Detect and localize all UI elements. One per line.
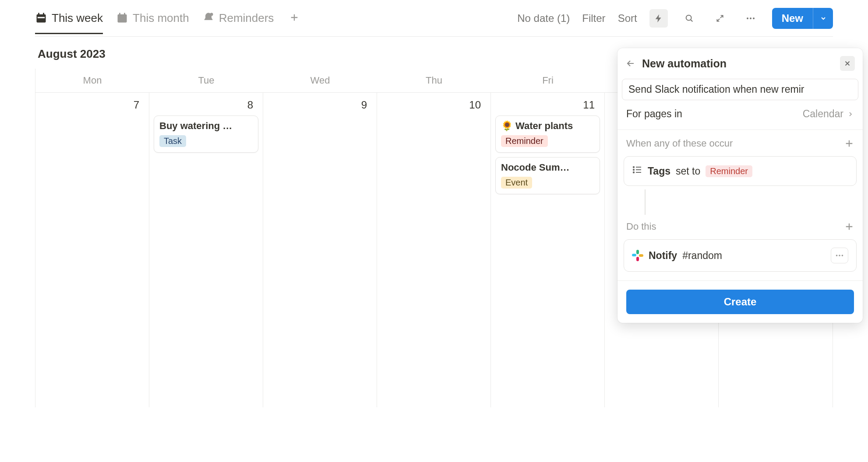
card-tag: Event [501, 177, 532, 189]
day-number: 7 [40, 97, 145, 116]
trigger-property: Tags [648, 165, 670, 177]
action-card[interactable]: Notify #random [624, 239, 857, 272]
svg-point-9 [747, 18, 748, 19]
svg-rect-2 [43, 13, 44, 15]
for-pages-label: For pages in [626, 108, 682, 120]
add-trigger-button[interactable] [844, 139, 854, 148]
add-view-button[interactable] [287, 9, 302, 28]
calendar-month-icon [116, 12, 128, 24]
more-icon[interactable] [741, 9, 760, 28]
close-button[interactable] [840, 56, 855, 71]
slack-icon [632, 250, 643, 261]
action-more-button[interactable] [831, 248, 848, 263]
for-pages-value[interactable]: Calendar [803, 108, 854, 120]
action-verb: Notify [649, 250, 677, 262]
new-button[interactable]: New [772, 8, 813, 29]
svg-point-11 [753, 18, 755, 19]
connector-line [645, 189, 646, 215]
svg-point-16 [839, 255, 840, 256]
expand-icon[interactable] [711, 9, 729, 28]
trigger-card[interactable]: Tags set to Reminder [624, 156, 857, 186]
list-icon [632, 164, 642, 178]
filter-button[interactable]: Filter [582, 12, 605, 24]
tab-reminders[interactable]: Reminders [202, 3, 274, 34]
tab-this-week[interactable]: This week [35, 3, 103, 34]
toolbar-right: No date (1) Filter Sort New [517, 8, 833, 29]
day-cell[interactable]: 8Buy watering …Task [149, 93, 263, 407]
svg-point-14 [633, 172, 634, 173]
automation-name-input[interactable]: Send Slack notification when new remir [622, 79, 858, 100]
view-tabs: This week This month Reminders [35, 3, 517, 34]
svg-rect-3 [38, 17, 45, 18]
dow-fri: Fri [491, 69, 605, 92]
view-toolbar: This week This month Reminders No date (… [35, 0, 833, 37]
svg-rect-5 [119, 13, 120, 15]
day-number: 9 [268, 97, 372, 116]
no-date-button[interactable]: No date (1) [517, 12, 570, 24]
popover-title: New automation [642, 57, 834, 70]
svg-point-15 [836, 255, 838, 256]
for-pages-row[interactable]: For pages in Calendar [617, 100, 863, 128]
card-tag: Reminder [501, 135, 548, 147]
day-cell[interactable]: 9 [263, 93, 377, 407]
svg-point-7 [210, 13, 213, 16]
svg-point-10 [750, 18, 752, 19]
chevron-right-icon [847, 111, 854, 118]
automations-icon[interactable] [649, 9, 668, 28]
tab-this-month[interactable]: This month [116, 3, 189, 34]
svg-rect-4 [118, 14, 127, 23]
svg-point-12 [633, 167, 634, 168]
tab-label: This month [133, 11, 189, 25]
tab-label: Reminders [219, 11, 274, 25]
card-title: Buy watering … [159, 120, 253, 132]
svg-rect-0 [37, 14, 46, 23]
action-target: #random [682, 250, 722, 262]
back-button[interactable] [625, 58, 636, 69]
svg-point-17 [842, 255, 843, 256]
sort-button[interactable]: Sort [618, 12, 637, 24]
bell-icon [202, 12, 215, 24]
trigger-value-tag: Reminder [706, 165, 752, 177]
new-button-group: New [772, 8, 833, 29]
calendar-card[interactable]: 🌻 Water plantsReminder [495, 116, 600, 153]
dow-wed: Wed [263, 69, 377, 92]
svg-rect-1 [38, 13, 39, 15]
day-number: 10 [381, 97, 486, 116]
day-cell[interactable]: 7 [35, 93, 149, 407]
svg-point-13 [633, 169, 634, 170]
svg-rect-6 [124, 13, 125, 15]
day-cell[interactable]: 10 [377, 93, 491, 407]
card-title: 🌻 Water plants [501, 120, 594, 132]
dow-tue: Tue [149, 69, 263, 92]
automation-popover: New automation Send Slack notification w… [617, 48, 863, 323]
card-title: Nocode Sum… [501, 162, 594, 173]
dow-mon: Mon [35, 69, 149, 92]
calendar-week-icon [35, 12, 47, 24]
dow-thu: Thu [377, 69, 491, 92]
create-button[interactable]: Create [626, 290, 854, 314]
card-tag: Task [159, 135, 186, 147]
calendar-card[interactable]: Buy watering …Task [154, 116, 258, 153]
add-action-button[interactable] [844, 222, 854, 231]
day-number: 8 [154, 97, 258, 116]
svg-point-8 [686, 15, 691, 20]
when-label: When any of these occur [626, 138, 733, 149]
day-number: 11 [495, 97, 600, 116]
search-icon[interactable] [680, 9, 699, 28]
tab-label: This week [52, 11, 103, 25]
day-cell[interactable]: 11🌻 Water plantsReminderNocode Sum…Event [491, 93, 605, 407]
new-dropdown-button[interactable] [813, 8, 833, 29]
do-label: Do this [626, 221, 656, 232]
trigger-verb: set to [676, 165, 700, 177]
calendar-card[interactable]: Nocode Sum…Event [495, 157, 600, 194]
